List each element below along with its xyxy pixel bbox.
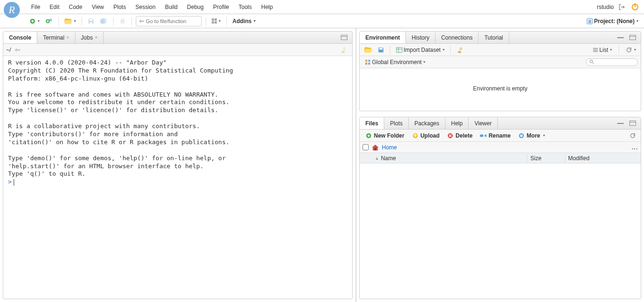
project-menu[interactable]: R Project: (None) xyxy=(585,17,640,25)
maximize-pane-icon[interactable] xyxy=(339,34,349,41)
console-output[interactable]: R version 4.0.0 (2020-04-24) -- "Arbor D… xyxy=(3,56,352,299)
svg-rect-8 xyxy=(121,21,124,23)
files-pane-tabs: Files Plots Packages Help Viewer xyxy=(360,117,641,130)
menu-session[interactable]: Session xyxy=(131,2,160,12)
env-toolbar: Import Dataset List xyxy=(360,44,641,56)
addins-button[interactable]: Addins xyxy=(231,17,257,25)
env-empty-message: Environment is empty xyxy=(364,71,636,106)
tab-files[interactable]: Files xyxy=(360,117,384,129)
clear-console-icon[interactable] xyxy=(338,46,349,54)
tab-terminal[interactable]: Terminal× xyxy=(37,32,75,43)
more-button[interactable]: More xyxy=(515,131,548,140)
refresh-env-icon[interactable] xyxy=(624,46,638,54)
menu-view[interactable]: View xyxy=(87,2,109,12)
load-workspace-icon[interactable] xyxy=(363,46,374,54)
close-icon[interactable]: × xyxy=(66,35,69,40)
rename-button[interactable]: Rename xyxy=(477,131,513,140)
env-list-view-button[interactable]: List xyxy=(591,46,614,54)
new-folder-button[interactable]: New Folder xyxy=(363,131,407,140)
minimize-pane-icon[interactable] xyxy=(615,122,626,125)
svg-rect-5 xyxy=(90,22,92,24)
console-text: R version 4.0.0 (2020-04-24) -- "Arbor D… xyxy=(8,59,347,178)
svg-point-19 xyxy=(590,60,593,63)
sign-out-icon[interactable] xyxy=(617,3,627,11)
menu-debug[interactable]: Debug xyxy=(182,2,208,12)
main-toolbar: R Addins R Project: (None) xyxy=(0,14,644,28)
tab-environment[interactable]: Environment xyxy=(360,32,406,43)
sort-asc-icon: ▲ xyxy=(375,156,379,161)
svg-rect-18 xyxy=(368,62,370,64)
open-file-button[interactable] xyxy=(63,17,78,25)
new-file-button[interactable] xyxy=(27,17,41,25)
print-button[interactable] xyxy=(117,17,128,25)
svg-text:R: R xyxy=(50,19,51,21)
menu-code[interactable]: Code xyxy=(64,2,87,12)
svg-rect-17 xyxy=(365,62,367,64)
svg-rect-7 xyxy=(121,18,124,20)
import-dataset-button[interactable]: Import Dataset xyxy=(394,46,446,54)
svg-rect-4 xyxy=(90,19,93,21)
env-body: Environment is empty xyxy=(360,68,641,111)
maximize-pane-icon[interactable] xyxy=(627,120,638,127)
tab-connections[interactable]: Connections xyxy=(436,32,479,43)
breadcrumb-home[interactable]: Home xyxy=(382,144,397,151)
menu-help[interactable]: Help xyxy=(256,2,278,12)
menu-edit[interactable]: Edit xyxy=(45,2,64,12)
tab-jobs[interactable]: Jobs× xyxy=(75,32,104,43)
svg-rect-14 xyxy=(459,47,462,50)
svg-rect-12 xyxy=(380,48,383,49)
save-all-button[interactable] xyxy=(98,17,109,25)
tab-viewer[interactable]: Viewer xyxy=(469,117,497,129)
console-pane: Console Terminal× Jobs× ~/ R xyxy=(3,31,353,299)
workspace-panes-button[interactable] xyxy=(210,17,223,24)
files-pane: Files Plots Packages Help Viewer New Fol… xyxy=(359,117,641,299)
power-icon[interactable] xyxy=(630,3,640,11)
menu-file[interactable]: File xyxy=(26,2,45,12)
tab-history[interactable]: History xyxy=(406,32,435,43)
environment-pane: Environment History Connections Tutorial xyxy=(359,31,641,111)
save-workspace-icon[interactable] xyxy=(376,46,386,54)
svg-rect-15 xyxy=(365,59,367,61)
select-all-checkbox[interactable] xyxy=(363,144,369,150)
column-name[interactable]: ▲Name xyxy=(372,154,528,163)
tab-console[interactable]: Console xyxy=(3,32,37,43)
workspace: Console Terminal× Jobs× ~/ R xyxy=(0,28,644,302)
menu-tools[interactable]: Tools xyxy=(234,2,256,12)
column-size[interactable]: Size xyxy=(528,154,565,163)
tab-tutorial[interactable]: Tutorial xyxy=(479,32,509,43)
env-search-field[interactable] xyxy=(596,59,634,65)
env-search-input[interactable] xyxy=(586,58,638,66)
files-list xyxy=(360,163,641,299)
refresh-files-icon[interactable] xyxy=(627,131,638,140)
env-scope-selector[interactable]: Global Environment xyxy=(363,58,427,66)
new-project-button[interactable]: R xyxy=(43,17,55,25)
home-icon[interactable] xyxy=(372,144,379,151)
menubar: R File Edit Code View Plots Session Buil… xyxy=(0,0,644,14)
svg-rect-16 xyxy=(368,59,370,61)
tab-plots[interactable]: Plots xyxy=(384,117,409,129)
menu-profile[interactable]: Profile xyxy=(208,2,234,12)
save-button[interactable] xyxy=(86,17,96,25)
svg-rect-24 xyxy=(374,148,376,150)
tab-packages[interactable]: Packages xyxy=(409,117,446,129)
maximize-pane-icon[interactable] xyxy=(627,34,638,41)
files-breadcrumb: Home ... xyxy=(360,142,641,153)
menu-build[interactable]: Build xyxy=(160,2,182,12)
clear-env-icon[interactable] xyxy=(454,46,466,54)
env-pane-tabs: Environment History Connections Tutorial xyxy=(360,32,641,44)
path-more-icon[interactable]: ... xyxy=(632,144,638,151)
close-icon[interactable]: × xyxy=(95,35,98,40)
tab-help[interactable]: Help xyxy=(446,117,469,129)
console-pane-tabs: Console Terminal× Jobs× xyxy=(3,32,352,44)
svg-text:R: R xyxy=(588,19,591,24)
upload-button[interactable]: Upload xyxy=(409,131,443,140)
minimize-pane-icon[interactable] xyxy=(615,36,626,39)
svg-rect-11 xyxy=(343,47,347,50)
delete-button[interactable]: Delete xyxy=(444,131,475,140)
column-modified[interactable]: Modified xyxy=(565,154,641,163)
menu-plots[interactable]: Plots xyxy=(109,2,131,12)
console-prompt: > xyxy=(8,178,12,185)
goto-file-function-input[interactable] xyxy=(136,16,202,26)
view-dir-icon[interactable] xyxy=(13,47,22,53)
goto-input[interactable] xyxy=(146,18,198,24)
